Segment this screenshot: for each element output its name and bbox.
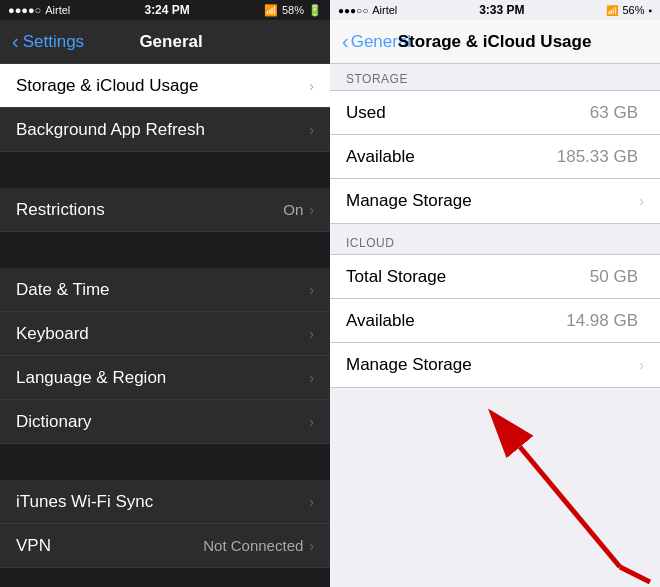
icloud-list-group: Total Storage 50 GB Available 14.98 GB M… — [330, 254, 660, 388]
left-nav-bar: ‹ Settings General — [0, 20, 330, 64]
icloud-section-header: ICLOUD — [330, 228, 660, 254]
icloud-available-item: Available 14.98 GB — [330, 299, 660, 343]
icloud-manage-item[interactable]: Manage Storage › — [330, 343, 660, 387]
date-time-chevron-icon: › — [309, 282, 314, 298]
right-status-bar: ●●●○○ Airtel 3:33 PM 📶 56% ▪ — [330, 0, 660, 20]
list-item-keyboard[interactable]: Keyboard › — [0, 312, 330, 356]
left-settings-list: Storage & iCloud Usage › Background App … — [0, 64, 330, 587]
bluetooth-icon: 📶 — [264, 4, 278, 17]
right-nav-bar: ‹ General Storage & iCloud Usage — [330, 20, 660, 64]
right-carrier-info: ●●●○○ Airtel — [338, 4, 397, 16]
left-carrier: ●●●●○ Airtel — [8, 4, 70, 16]
list-item-vpn[interactable]: VPN Not Connected › — [0, 524, 330, 568]
icloud-available-label: Available — [346, 311, 566, 331]
list-item-storage[interactable]: Storage & iCloud Usage › — [0, 64, 330, 108]
right-bluetooth-icon: 📶 — [606, 5, 618, 16]
left-battery: 📶 58% 🔋 — [264, 4, 322, 17]
dictionary-label: Dictionary — [16, 412, 309, 432]
bg-refresh-label: Background App Refresh — [16, 120, 309, 140]
left-panel: ●●●●○ Airtel 3:24 PM 📶 58% 🔋 ‹ Settings … — [0, 0, 330, 587]
signal-icon: ●●●●○ — [8, 4, 41, 16]
list-item-restrictions[interactable]: Restrictions On › — [0, 188, 330, 232]
vpn-label: VPN — [16, 536, 203, 556]
restrictions-chevron-icon: › — [309, 202, 314, 218]
bg-refresh-chevron-icon: › — [309, 122, 314, 138]
date-time-label: Date & Time — [16, 280, 309, 300]
icloud-total-item: Total Storage 50 GB — [330, 255, 660, 299]
storage-available-value: 185.33 GB — [557, 147, 638, 167]
left-chevron-icon: ‹ — [12, 30, 19, 53]
storage-list-group: Used 63 GB Available 185.33 GB Manage St… — [330, 90, 660, 224]
language-chevron-icon: › — [309, 370, 314, 386]
left-time: 3:24 PM — [144, 3, 189, 17]
left-status-bar: ●●●●○ Airtel 3:24 PM 📶 58% 🔋 — [0, 0, 330, 20]
keyboard-label: Keyboard — [16, 324, 309, 344]
right-battery-icon: ▪ — [648, 5, 652, 16]
restrictions-label: Restrictions — [16, 200, 283, 220]
right-battery-info: 📶 56% ▪ — [606, 4, 652, 16]
svg-line-2 — [620, 567, 650, 582]
right-time: 3:33 PM — [479, 3, 524, 17]
left-nav-title: General — [24, 32, 318, 52]
svg-line-1 — [520, 447, 620, 567]
storage-manage-label: Manage Storage — [346, 191, 639, 211]
storage-available-item: Available 185.33 GB — [330, 135, 660, 179]
storage-used-item: Used 63 GB — [330, 91, 660, 135]
vpn-chevron-icon: › — [309, 538, 314, 554]
keyboard-chevron-icon: › — [309, 326, 314, 342]
list-item-date-time[interactable]: Date & Time › — [0, 268, 330, 312]
storage-used-value: 63 GB — [590, 103, 638, 123]
list-gap-3 — [0, 444, 330, 480]
vpn-value: Not Connected — [203, 537, 303, 554]
right-panel: ●●●○○ Airtel 3:33 PM 📶 56% ▪ ‹ General S… — [330, 0, 660, 587]
list-gap-2 — [0, 232, 330, 268]
battery-icon: 🔋 — [308, 4, 322, 17]
icloud-manage-chevron-icon: › — [639, 357, 644, 373]
list-item-background-refresh[interactable]: Background App Refresh › — [0, 108, 330, 152]
storage-chevron-icon: › — [309, 78, 314, 94]
right-nav-title: Storage & iCloud Usage — [341, 32, 648, 52]
storage-manage-chevron-icon: › — [639, 193, 644, 209]
storage-used-label: Used — [346, 103, 590, 123]
itunes-wifi-label: iTunes Wi-Fi Sync — [16, 492, 309, 512]
list-item-itunes-wifi[interactable]: iTunes Wi-Fi Sync › — [0, 480, 330, 524]
icloud-manage-label: Manage Storage — [346, 355, 639, 375]
dictionary-chevron-icon: › — [309, 414, 314, 430]
restrictions-value: On — [283, 201, 303, 218]
list-gap-1 — [0, 152, 330, 188]
icloud-total-value: 50 GB — [590, 267, 638, 287]
list-item-dictionary[interactable]: Dictionary › — [0, 400, 330, 444]
language-label: Language & Region — [16, 368, 309, 388]
right-signal-icon: ●●●○○ — [338, 5, 368, 16]
icloud-total-label: Total Storage — [346, 267, 590, 287]
red-arrow — [460, 367, 660, 587]
storage-icloud-label: Storage & iCloud Usage — [16, 76, 309, 96]
list-gap-4 — [0, 568, 330, 587]
itunes-wifi-chevron-icon: › — [309, 494, 314, 510]
storage-available-label: Available — [346, 147, 557, 167]
storage-section-header: STORAGE — [330, 64, 660, 90]
storage-manage-item[interactable]: Manage Storage › — [330, 179, 660, 223]
list-item-language[interactable]: Language & Region › — [0, 356, 330, 400]
icloud-available-value: 14.98 GB — [566, 311, 638, 331]
